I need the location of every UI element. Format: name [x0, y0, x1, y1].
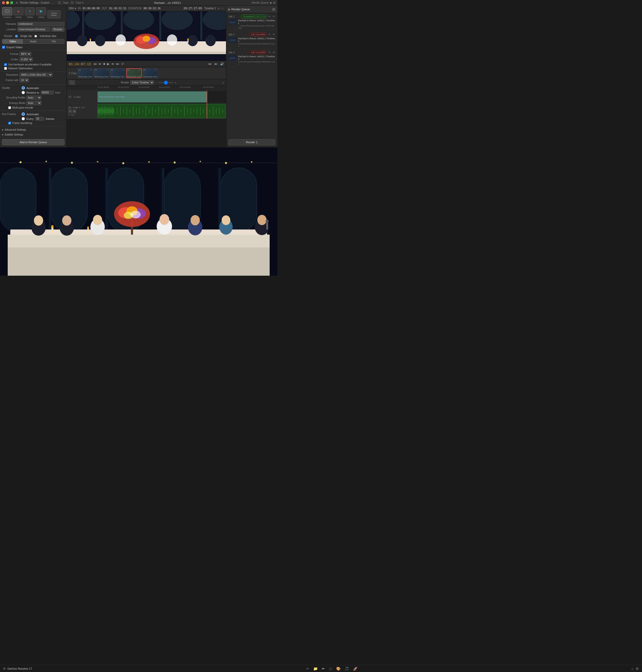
render-select-row: Render Entire Timeline	[121, 80, 154, 85]
zoom-control[interactable]: 39% ▾	[69, 7, 76, 10]
skip-end-btn[interactable]: ⏭	[116, 62, 120, 66]
clip-thumb-4[interactable]: 04 V1 Blackmagic RAW	[126, 68, 142, 78]
location-input[interactable]	[17, 27, 50, 31]
clips-count: 5 Clips	[69, 72, 77, 75]
clip-thumb-1[interactable]: 01 V1 Blackmagic RAW	[78, 68, 93, 78]
subtitle-settings-toggle[interactable]: ▶ Subtitle Settings	[0, 132, 66, 137]
frame-rate-select[interactable]: 24	[19, 78, 29, 82]
prev-clip-btn[interactable]: ⏮	[208, 62, 212, 66]
frame-reorder-row: Frame reordering	[0, 121, 66, 125]
individual-clips-radio[interactable]	[35, 35, 37, 38]
multipass-checkbox[interactable]	[8, 106, 11, 109]
clip-thumb-5[interactable]: 05 V1 Blackmagic RAW	[142, 68, 158, 78]
entropy-mode-select[interactable]: Auto	[26, 101, 42, 105]
zoom-out-icon[interactable]: −	[156, 81, 157, 84]
codec-select[interactable]: H.264	[19, 57, 33, 62]
hw-accel-checkbox[interactable]	[4, 63, 7, 66]
rq-job-3-delete[interactable]: ✕	[272, 51, 275, 54]
zoom-in-icon[interactable]: +	[175, 81, 176, 84]
network-opt-row: Network Optimization	[0, 66, 66, 70]
rq-job-3-edit[interactable]: ✎	[268, 51, 271, 54]
preset-twitter-btn[interactable]: 🐦	[36, 7, 46, 15]
rq-job-2-edit[interactable]: ✎	[268, 33, 271, 36]
ruler-mark-1: 01:21:56:00	[98, 86, 109, 88]
preset-custom[interactable]: Custom	[2, 7, 12, 18]
timeline-tool-btn[interactable]: ⬛	[69, 80, 75, 85]
rq-job-2-delete[interactable]: ✕	[272, 33, 275, 36]
frame-rate-row: Frame rate 24	[0, 78, 66, 82]
loop-btn[interactable]: ↺	[121, 62, 124, 66]
kf-auto-label: Automatic	[26, 113, 39, 116]
add-to-queue-button[interactable]: Add to Render Queue	[2, 139, 64, 145]
clip-thumb-3[interactable]: 03 V1 Blackmagic RAW	[110, 68, 126, 78]
preview-video	[67, 11, 226, 61]
a1-s-btn[interactable]: S	[68, 109, 72, 113]
clip-name-label: 1006_05142000_C003.braw	[99, 96, 125, 98]
expand-icon[interactable]: ⊞	[273, 1, 275, 4]
tab-audio[interactable]: Audio	[23, 39, 43, 44]
quality-restrict-radio[interactable]	[22, 91, 25, 94]
encoding-profile-row: Encoding Profile Auto	[0, 95, 66, 100]
preset-prores[interactable]: ProResMaster	[47, 10, 61, 18]
rq-expand-icon[interactable]: ⊞	[272, 7, 275, 11]
export-video-checkbox[interactable]	[2, 46, 5, 49]
stop-btn[interactable]: ■	[103, 62, 105, 66]
next-frame-btn[interactable]: ➡	[111, 62, 115, 66]
single-clip-radio[interactable]	[15, 35, 18, 38]
filename-input[interactable]	[17, 22, 64, 26]
settings-tabs: Video Audio File	[2, 39, 64, 44]
a1-clips-count: 6 Clips	[68, 114, 85, 116]
preset-prores-btn[interactable]: ProResMaster	[47, 10, 61, 18]
minimize-button[interactable]	[6, 1, 9, 4]
svg-rect-95	[210, 109, 210, 113]
maximize-button[interactable]	[10, 1, 13, 4]
render-button[interactable]: Render 1	[228, 139, 275, 145]
preset-twitter[interactable]: 🐦 1080p	[36, 7, 46, 18]
rq-job-1-edit[interactable]: ✎	[268, 15, 271, 18]
zoom-slider[interactable]	[158, 82, 174, 83]
resolution-label: Resolution	[4, 74, 18, 76]
svg-rect-44	[100, 107, 101, 115]
svg-rect-73	[139, 108, 140, 115]
video-clip-block[interactable]: 1006_05142000_C003.braw	[98, 91, 207, 102]
clip-thumb-2[interactable]: 02 V1 Blackmagic RAW	[94, 68, 110, 78]
render-queue-label: Render Queue	[252, 1, 269, 4]
browse-button[interactable]: Browse	[51, 27, 64, 31]
skip-start-btn[interactable]: ⏮	[93, 62, 97, 66]
timeline-more[interactable]: ···	[221, 7, 224, 10]
prev-frame-btn[interactable]: ⬅	[98, 62, 102, 66]
kf-auto-radio[interactable]	[22, 113, 25, 116]
v1-track-content[interactable]: 1006_05142000_C003.braw	[98, 91, 226, 103]
network-opt-checkbox[interactable]	[4, 67, 7, 70]
tape-label: Tape	[63, 1, 68, 4]
preset-youtube[interactable]: ▶ 1080p	[13, 7, 24, 18]
render-range-select[interactable]: Entire Timeline	[130, 80, 154, 85]
rq-job-2: Job 2 Job Cancelled ✎ ✕ Rachael & Reece …	[226, 31, 277, 49]
quality-auto-radio[interactable]	[22, 86, 25, 90]
rs-more-btn[interactable]: ...	[51, 1, 54, 5]
close-button[interactable]	[2, 1, 5, 4]
resolution-select[interactable]: 3840 x 2160 Ultra HD	[19, 73, 53, 77]
preset-custom-btn[interactable]	[2, 7, 12, 15]
play-btn[interactable]: ▶	[106, 62, 110, 66]
kf-every-radio[interactable]	[22, 117, 25, 120]
tab-file[interactable]: File	[44, 39, 64, 44]
advanced-settings-toggle[interactable]: ▶ Advanced Settings	[0, 127, 66, 132]
a1-track-content[interactable]	[98, 103, 226, 119]
ruler-mark-4: 01:23:20:00	[159, 86, 170, 88]
quality-value-input[interactable]	[41, 91, 54, 94]
next-clip-btn[interactable]: ⏭	[214, 62, 218, 66]
quality-unit: kbps	[55, 91, 61, 94]
frame-reorder-checkbox[interactable]	[8, 122, 11, 124]
a1-m-btn[interactable]: M	[73, 109, 76, 113]
codec-label: Codec	[4, 58, 18, 61]
preset-vimeo[interactable]: V 1080p	[25, 7, 35, 18]
svg-rect-60	[111, 107, 111, 115]
format-select[interactable]: MP4	[19, 52, 31, 56]
preset-youtube-btn[interactable]: ▶	[13, 7, 24, 15]
tab-video[interactable]: Video	[2, 39, 23, 44]
kf-value-input[interactable]	[35, 117, 44, 121]
encoding-profile-select[interactable]: Auto	[26, 95, 42, 100]
preset-vimeo-btn[interactable]: V	[25, 7, 35, 15]
rq-job-1-delete[interactable]: ✕	[272, 15, 275, 18]
